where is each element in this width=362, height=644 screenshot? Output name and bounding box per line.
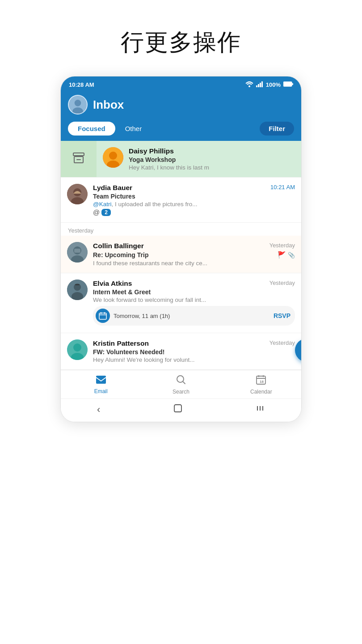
calendar-nav-icon: 18 <box>256 375 266 387</box>
user-avatar[interactable] <box>68 95 88 114</box>
lydia-subject: Team Pictures <box>93 193 295 200</box>
archive-action[interactable] <box>61 141 97 177</box>
lydia-email-row[interactable]: Lydia Bauer 10:21 AM Team Pictures @Katr… <box>61 178 301 223</box>
kristin-avatar <box>67 339 88 360</box>
battery-text: 100% <box>266 81 281 88</box>
collin-email-row[interactable]: Collin Ballinger Yesterday Re: Upcoming … <box>61 236 301 273</box>
tab-row: Focused Other Filter <box>68 119 294 141</box>
battery-icon <box>283 81 293 88</box>
lydia-badge: 2 <box>101 209 111 216</box>
lydia-email-content: Lydia Bauer 10:21 AM Team Pictures @Katr… <box>93 184 295 216</box>
status-time: 10:28 AM <box>69 81 94 88</box>
svg-rect-4 <box>261 81 263 87</box>
event-icon <box>96 309 110 323</box>
daisy-subject: Yoga Workshop <box>129 156 295 163</box>
svg-rect-10 <box>73 153 84 156</box>
event-time: Tomorrow, 11 am (1h) <box>114 313 270 319</box>
collin-icons: 🚩 📎 <box>278 251 295 259</box>
svg-point-30 <box>73 343 81 352</box>
swipe-row[interactable]: Daisy Phillips Yoga Workshop Hey Katri, … <box>61 141 301 178</box>
nav-email[interactable]: Email <box>61 375 141 394</box>
swiped-email-row[interactable]: Daisy Phillips Yoga Workshop Hey Katri, … <box>97 141 301 177</box>
mention-text: @Katri <box>93 201 111 208</box>
lydia-sender: Lydia Bauer <box>93 184 132 192</box>
lydia-time: 10:21 AM <box>270 184 295 191</box>
android-nav: ‹ <box>61 398 301 422</box>
tab-focused[interactable]: Focused <box>68 122 115 136</box>
svg-point-0 <box>248 85 250 87</box>
collin-sender: Collin Ballinger <box>93 242 144 250</box>
at-icon: @ <box>93 208 100 216</box>
kristin-email-meta: Kristin Patterson Yesterday <box>93 339 295 347</box>
svg-rect-21 <box>74 249 80 253</box>
collin-time: Yesterday <box>269 242 295 249</box>
collin-preview: I found these restaurants near the city … <box>93 260 295 267</box>
svg-rect-1 <box>256 85 257 87</box>
svg-text:18: 18 <box>260 380 264 384</box>
home-button[interactable] <box>173 403 183 415</box>
svg-rect-26 <box>99 313 106 319</box>
search-nav-icon <box>176 375 186 387</box>
svg-rect-27 <box>101 312 101 314</box>
kristin-preview: Hey Alumni! We're looking for volunt... <box>93 356 295 363</box>
back-button[interactable]: ‹ <box>97 404 100 415</box>
email-list-wrap: Daisy Phillips Yoga Workshop Hey Katri, … <box>61 141 301 370</box>
elvia-preview: We look forward to welcoming our fall in… <box>93 297 295 303</box>
filter-button[interactable]: Filter <box>260 122 294 136</box>
elvia-sender: Elvia Atkins <box>93 280 132 288</box>
inbox-header: Inbox Focused Other Filter <box>61 91 301 141</box>
kristin-sender: Kristin Patterson <box>93 339 149 347</box>
status-bar: 10:28 AM 100% <box>61 76 301 91</box>
collin-email-content: Collin Ballinger Yesterday Re: Upcoming … <box>93 242 295 267</box>
tab-group: Focused Other <box>68 122 152 136</box>
lydia-avatar <box>67 184 88 204</box>
daisy-preview: Hey Katri, I know this is last m <box>129 164 295 171</box>
elvia-subject: Intern Meet & Greet <box>93 288 295 296</box>
inbox-title: Inbox <box>93 98 124 112</box>
email-nav-icon <box>96 375 106 387</box>
svg-point-8 <box>75 100 81 106</box>
nav-calendar[interactable]: 18 Calendar <box>221 375 301 395</box>
archive-icon <box>72 153 85 166</box>
elvia-email-row[interactable]: Elvia Atkins Yesterday Intern Meet & Gre… <box>61 273 301 333</box>
svg-rect-5 <box>283 82 292 86</box>
rsvp-button[interactable]: RSVP <box>274 312 290 319</box>
daisy-avatar <box>103 147 123 168</box>
svg-rect-3 <box>260 83 261 87</box>
elvia-email-content: Elvia Atkins Yesterday Intern Meet & Gre… <box>93 280 295 326</box>
svg-rect-25 <box>75 284 80 285</box>
signal-icon <box>256 81 263 89</box>
daisy-email-meta: Daisy Phillips <box>129 147 295 155</box>
nav-search[interactable]: Search <box>141 375 221 395</box>
clip-icon: 📎 <box>288 252 295 258</box>
svg-rect-6 <box>292 83 294 85</box>
elvia-time: Yesterday <box>269 280 295 286</box>
recent-button[interactable] <box>255 403 265 415</box>
section-yesterday: Yesterday <box>61 223 301 236</box>
email-nav-label: Email <box>94 388 108 394</box>
kristin-time: Yesterday <box>269 339 295 346</box>
bottom-nav: Email Search 18 Calendar <box>61 370 301 398</box>
status-indicators: 100% <box>245 81 293 89</box>
svg-rect-32 <box>96 376 106 384</box>
tab-other[interactable]: Other <box>115 122 152 136</box>
lydia-preview: @Katri, I uploaded all the pictures fro.… <box>93 201 295 208</box>
event-card: Tomorrow, 11 am (1h) RSVP <box>93 306 295 326</box>
elvia-avatar <box>67 280 88 300</box>
kristin-email-content: Kristin Patterson Yesterday FW: Voluntee… <box>93 339 295 363</box>
lydia-email-icons: @ 2 <box>93 208 295 216</box>
svg-rect-28 <box>104 312 105 314</box>
phone-frame: 10:28 AM 100% <box>60 76 302 422</box>
collin-avatar <box>67 242 88 263</box>
daisy-email-content: Daisy Phillips Yoga Workshop Hey Katri, … <box>129 147 295 171</box>
inbox-title-row: Inbox <box>68 95 294 119</box>
svg-point-13 <box>109 152 117 160</box>
lydia-email-meta: Lydia Bauer 10:21 AM <box>93 184 295 192</box>
kristin-email-row[interactable]: Kristin Patterson Yesterday FW: Voluntee… <box>61 333 301 370</box>
search-nav-label: Search <box>173 389 189 395</box>
calendar-nav-label: Calendar <box>250 389 272 395</box>
elvia-email-meta: Elvia Atkins Yesterday <box>93 280 295 288</box>
flag-icon: 🚩 <box>278 251 286 259</box>
svg-rect-36 <box>174 405 181 412</box>
wifi-icon <box>245 81 253 89</box>
